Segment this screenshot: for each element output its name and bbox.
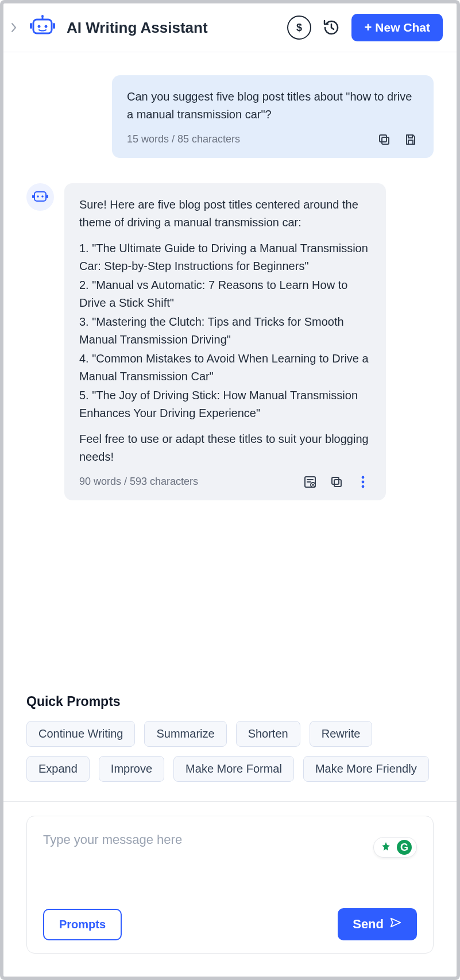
svg-rect-8 <box>382 137 389 144</box>
prompts-button[interactable]: Prompts <box>43 909 122 940</box>
user-message-bubble: Can you suggest five blog post titles ab… <box>112 75 434 158</box>
quick-prompt-chip[interactable]: Expand <box>26 756 90 782</box>
send-button[interactable]: Send <box>338 908 417 940</box>
list-item: 4. "Common Mistakes to Avoid When Learni… <box>79 350 371 385</box>
collapse-sidebar-button[interactable] <box>9 16 18 39</box>
svg-point-23 <box>362 485 365 488</box>
svg-rect-10 <box>408 135 412 138</box>
quick-prompt-chip[interactable]: Improve <box>99 756 164 782</box>
svg-point-21 <box>362 476 365 479</box>
insert-button[interactable] <box>302 474 318 490</box>
user-message-counts: 15 words / 85 characters <box>127 132 240 148</box>
svg-rect-12 <box>34 192 46 201</box>
quick-prompt-chip[interactable]: Make More Formal <box>173 756 294 782</box>
grammarly-logo-icon: G <box>397 840 412 855</box>
quick-prompts-section: Quick Prompts Continue Writing Summarize… <box>3 694 457 796</box>
more-options-button[interactable] <box>355 474 371 490</box>
plus-icon: + <box>364 21 372 34</box>
copy-assistant-button[interactable] <box>328 474 345 490</box>
list-item: 1. "The Ultimate Guide to Driving a Manu… <box>79 240 371 275</box>
assistant-message-counts: 90 words / 593 characters <box>79 474 198 490</box>
new-chat-button[interactable]: + New Chat <box>351 14 443 41</box>
svg-point-1 <box>38 25 41 28</box>
user-message-text: Can you suggest five blog post titles ab… <box>127 88 419 124</box>
quick-prompt-chip[interactable]: Rewrite <box>310 721 373 747</box>
svg-rect-15 <box>32 195 34 198</box>
credits-button[interactable]: $ <box>287 16 311 40</box>
svg-rect-16 <box>47 195 48 198</box>
grammarly-ai-icon <box>378 840 393 855</box>
svg-rect-6 <box>53 23 55 29</box>
message-row-user: Can you suggest five blog post titles ab… <box>26 75 434 158</box>
assistant-outro: Feel free to use or adapt these titles t… <box>79 430 371 466</box>
svg-rect-19 <box>334 480 341 487</box>
app-header: AI Writing Assistant $ + New Chat <box>3 3 457 52</box>
app-title: AI Writing Assistant <box>67 19 208 37</box>
svg-rect-9 <box>380 135 386 142</box>
assistant-intro: Sure! Here are five blog post titles cen… <box>79 196 371 232</box>
save-user-button[interactable] <box>403 132 419 148</box>
list-item: 5. "The Joy of Driving Stick: How Manual… <box>79 387 371 422</box>
quick-prompt-chip[interactable]: Shorten <box>236 721 300 747</box>
message-input[interactable] <box>43 832 417 896</box>
chat-scroll-area: Can you suggest five blog post titles ab… <box>3 52 457 694</box>
app-logo-icon <box>26 14 59 41</box>
new-chat-label: New Chat <box>375 21 430 34</box>
list-item: 2. "Manual vs Automatic: 7 Reasons to Le… <box>79 276 371 312</box>
history-button[interactable] <box>319 16 343 40</box>
send-button-label: Send <box>353 917 384 932</box>
svg-rect-11 <box>408 140 413 144</box>
svg-point-2 <box>45 25 48 28</box>
list-item: 3. "Mastering the Clutch: Tips and Trick… <box>79 313 371 349</box>
quick-prompt-chip[interactable]: Continue Writing <box>26 721 135 747</box>
svg-point-4 <box>41 15 44 17</box>
svg-rect-20 <box>332 477 339 484</box>
send-icon <box>389 916 402 932</box>
assistant-avatar-icon <box>26 183 54 211</box>
quick-prompt-chip[interactable]: Make More Friendly <box>303 756 429 782</box>
quick-prompt-chip[interactable]: Summarize <box>144 721 226 747</box>
quick-prompts-title: Quick Prompts <box>26 694 434 709</box>
assistant-message-bubble: Sure! Here are five blog post titles cen… <box>64 183 386 500</box>
quick-prompts-chip-row: Continue Writing Summarize Shorten Rewri… <box>26 721 434 782</box>
svg-point-13 <box>37 195 39 198</box>
svg-point-14 <box>41 195 44 198</box>
assistant-list: 1. "The Ultimate Guide to Driving a Manu… <box>79 240 371 422</box>
svg-point-22 <box>362 481 365 484</box>
copy-user-button[interactable] <box>376 132 392 148</box>
prompts-button-label: Prompts <box>59 918 106 931</box>
grammarly-widget[interactable]: G <box>373 837 417 858</box>
message-row-assistant: Sure! Here are five blog post titles cen… <box>26 183 434 500</box>
composer: G Prompts Send <box>26 816 434 954</box>
svg-rect-5 <box>30 23 32 29</box>
svg-text:$: $ <box>296 22 302 33</box>
